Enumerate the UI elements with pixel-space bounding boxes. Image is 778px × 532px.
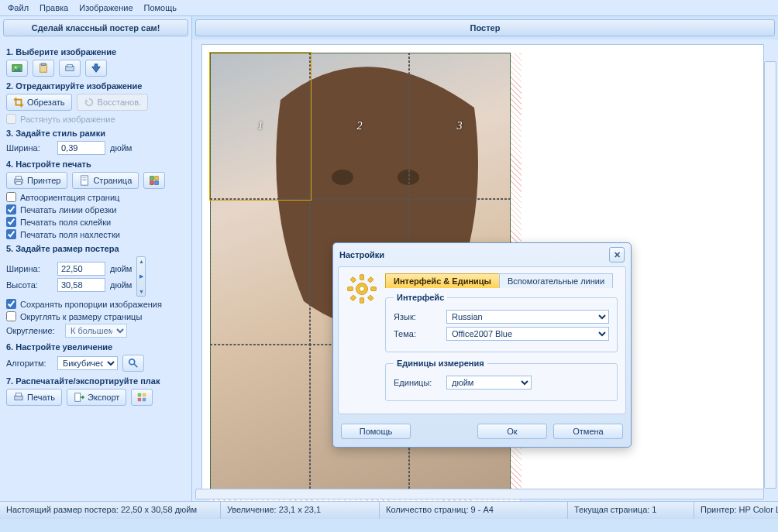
tile-3[interactable]: 3: [408, 53, 511, 200]
menu-edit[interactable]: Правка: [40, 3, 68, 12]
open-image-button[interactable]: [6, 60, 28, 77]
svg-point-14: [129, 359, 135, 365]
keep-ratio-checkbox[interactable]: Сохранять пропорции изображения: [6, 299, 185, 309]
svg-rect-37: [367, 277, 374, 283]
section-2-title: 2. Отредактируйте изображение: [6, 81, 185, 91]
tab-guides[interactable]: Вспомогательные линии: [499, 273, 613, 288]
svg-rect-11: [155, 177, 158, 180]
poster-height-label: Высота:: [6, 280, 53, 290]
dialog-title: Настройки: [339, 250, 384, 259]
page-options-button[interactable]: [143, 172, 165, 189]
svg-rect-19: [143, 393, 146, 396]
auto-orient-checkbox[interactable]: Автоориентация страниц: [6, 192, 185, 202]
section-6-title: 6. Настройте увеличение: [6, 342, 185, 352]
svg-rect-17: [75, 393, 81, 402]
status-zoom: Увеличение: 23,1 x 23,1: [221, 502, 380, 519]
section-3-title: 3. Задайте стиль рамки: [6, 129, 185, 138]
menu-image[interactable]: Изображение: [79, 3, 133, 12]
sidebar-title: Сделай классный постер сам!: [3, 19, 188, 36]
crop-button[interactable]: Обрезать: [6, 94, 72, 111]
scrollbar-horizontal[interactable]: [195, 489, 764, 499]
svg-rect-39: [367, 295, 374, 301]
section-7-title: 7. Распечатайте/экспортируйте плак: [6, 376, 185, 386]
dialog-cancel-button[interactable]: Отмена: [553, 424, 623, 439]
svg-rect-10: [150, 177, 153, 180]
status-current-page: Текущая страница: 1: [568, 502, 694, 519]
svg-rect-16: [16, 393, 22, 396]
overlap-fields-checkbox[interactable]: Печатать поля нахлестки: [6, 229, 185, 239]
settings-dialog: Настройки ✕ Интерфейс & Единицы Вспомога…: [332, 242, 632, 448]
interface-fieldset: Интерфейс Язык:Russian Тема:Office2007 B…: [385, 293, 618, 352]
browse-button[interactable]: [85, 60, 107, 77]
poster-width-input[interactable]: [57, 262, 105, 276]
svg-rect-36: [350, 277, 356, 283]
svg-rect-12: [150, 181, 153, 184]
lang-label: Язык:: [394, 312, 440, 321]
svg-rect-18: [138, 393, 141, 396]
algo-label: Алгоритм:: [6, 359, 53, 368]
export-options-button[interactable]: [131, 389, 153, 406]
scrollbar-vertical[interactable]: [764, 61, 776, 489]
size-slider[interactable]: ▲▶▼: [136, 256, 146, 297]
poster-height-input[interactable]: [57, 278, 105, 292]
sidebar: Сделай классный постер сам! 1. Выберите …: [0, 16, 192, 501]
close-icon[interactable]: ✕: [609, 247, 625, 263]
svg-rect-3: [41, 63, 45, 66]
stretch-checkbox: Растянуть изображение: [6, 114, 185, 124]
svg-rect-34: [348, 287, 353, 291]
status-printer: Принтер: HP Color LaserJet C...: [694, 502, 778, 519]
svg-rect-33: [360, 298, 364, 304]
scan-button[interactable]: [59, 60, 81, 77]
svg-rect-5: [67, 65, 73, 67]
units-select[interactable]: дюйм: [446, 376, 532, 390]
preview-zoom-button[interactable]: [122, 355, 144, 372]
printer-button[interactable]: Принтер: [6, 172, 67, 189]
svg-rect-13: [155, 181, 158, 184]
export-button[interactable]: Экспорт: [67, 389, 126, 406]
frame-width-label: Ширина:: [6, 143, 53, 153]
section-1-title: 1. Выберите изображение: [6, 47, 185, 57]
menu-help[interactable]: Помощь: [144, 3, 177, 12]
svg-rect-21: [143, 398, 146, 401]
section-4-title: 4. Настройте печать: [6, 160, 185, 169]
paste-button[interactable]: [33, 60, 54, 77]
lang-select[interactable]: Russian: [446, 310, 609, 324]
page-button[interactable]: Страница: [72, 172, 139, 189]
gear-icon: [346, 273, 377, 407]
restore-button: Восстанов.: [77, 94, 149, 111]
svg-point-1: [15, 67, 17, 69]
tile-4[interactable]: [210, 198, 311, 345]
status-pages: Количество страниц: 9 - A4: [380, 502, 568, 519]
dialog-help-button[interactable]: Помощь: [341, 424, 411, 439]
svg-rect-20: [138, 398, 141, 401]
poster-width-label: Ширина:: [6, 264, 53, 273]
statusbar: Настоящий размер постера: 22,50 x 30,58 …: [0, 501, 778, 519]
status-size: Настоящий размер постера: 22,50 x 30,58 …: [0, 502, 221, 519]
cut-lines-checkbox[interactable]: Печатать линии обрезки: [6, 204, 185, 215]
menubar: Файл Правка Изображение Помощь: [0, 0, 778, 16]
svg-rect-38: [350, 295, 356, 301]
frame-width-unit: дюйм: [110, 143, 132, 153]
menu-file[interactable]: Файл: [8, 3, 29, 12]
theme-label: Тема:: [394, 329, 440, 338]
svg-point-31: [360, 287, 365, 292]
tile-7[interactable]: [210, 344, 311, 493]
rounding-label: Округление:: [6, 326, 60, 335]
print-button[interactable]: Печать: [6, 389, 62, 406]
theme-select[interactable]: Office2007 Blue: [446, 327, 609, 341]
units-fieldset: Единицы измерения Единицы:дюйм: [385, 359, 618, 401]
frame-width-input[interactable]: [57, 141, 105, 155]
tile-2[interactable]: 2: [309, 53, 410, 200]
rounding-select: К большем: [65, 324, 127, 338]
tab-interface[interactable]: Интерфейс & Единицы: [385, 273, 500, 288]
svg-rect-8: [16, 182, 22, 185]
dialog-ok-button[interactable]: Ок: [477, 424, 547, 439]
algo-select[interactable]: Бикубическ: [57, 356, 118, 370]
glue-fields-checkbox[interactable]: Печатать поля склейки: [6, 217, 185, 227]
svg-rect-32: [360, 275, 364, 280]
svg-rect-7: [16, 177, 22, 180]
round-page-checkbox[interactable]: Округлять к размеру страницы: [6, 311, 185, 321]
section-5-title: 5. Задайте размер постера: [6, 244, 185, 253]
units-label: Единицы:: [394, 378, 440, 387]
selected-tile-outline: [209, 52, 312, 201]
